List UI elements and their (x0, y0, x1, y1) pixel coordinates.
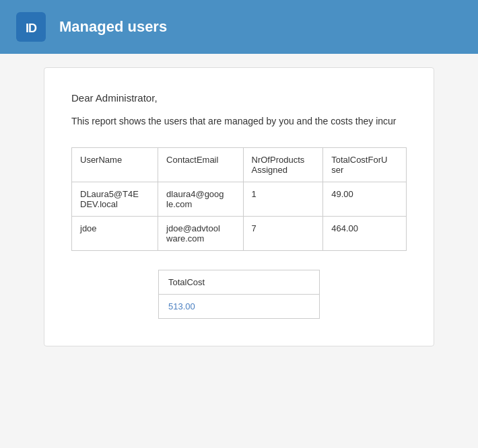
col-cost: TotalCostForUser (323, 148, 407, 182)
app-logo: ID (16, 12, 46, 42)
total-label: TotalCost (159, 270, 320, 295)
cell-products-2: 7 (243, 217, 323, 251)
total-table: TotalCost 513.00 (158, 270, 320, 319)
cell-email-1: dlaura4@google.com (158, 182, 243, 217)
greeting-text: Dear Administrator, (71, 92, 407, 104)
intro-text: This report shows the users that are man… (71, 114, 407, 128)
cell-email-2: jdoe@advtoolware.com (158, 217, 243, 251)
cell-username-1: DLaura5@T4EDEV.local (72, 182, 158, 217)
table-header-row: UserName ContactEmail NrOfProductsAssign… (72, 148, 407, 182)
col-email: ContactEmail (158, 148, 243, 182)
cell-products-1: 1 (243, 182, 323, 217)
cell-username-2: jdoe (72, 217, 158, 251)
total-header-row: TotalCost (159, 270, 320, 295)
content-area: Dear Administrator, This report shows th… (0, 54, 478, 448)
page-wrapper: ID Managed users Dear Administrator, Thi… (0, 0, 478, 448)
col-username: UserName (72, 148, 158, 182)
page-title: Managed users (59, 18, 167, 36)
total-value: 513.00 (159, 295, 320, 319)
table-row: DLaura5@T4EDEV.local dlaura4@google.com … (72, 182, 407, 217)
users-table: UserName ContactEmail NrOfProductsAssign… (71, 147, 407, 251)
svg-text:ID: ID (26, 22, 37, 35)
col-products: NrOfProductsAssigned (243, 148, 323, 182)
table-row: jdoe jdoe@advtoolware.com 7 464.00 (72, 217, 407, 251)
total-table-wrapper: TotalCost 513.00 (71, 270, 407, 319)
header: ID Managed users (0, 0, 478, 54)
cell-cost-2: 464.00 (323, 217, 407, 251)
total-value-row: 513.00 (159, 295, 320, 319)
cell-cost-1: 49.00 (323, 182, 407, 217)
email-card: Dear Administrator, This report shows th… (44, 67, 434, 346)
